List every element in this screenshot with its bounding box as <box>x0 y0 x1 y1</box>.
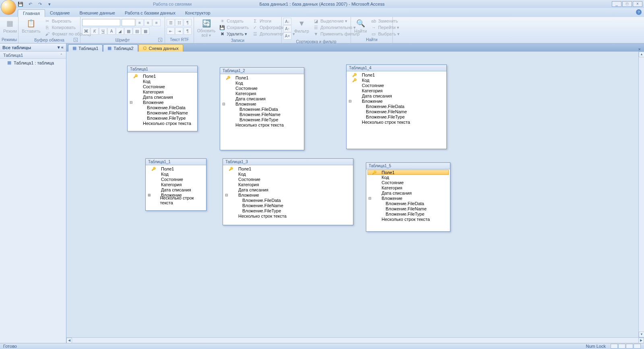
font-size-combo[interactable] <box>122 19 135 26</box>
fill-color-button[interactable]: ◢ <box>116 27 124 35</box>
scroll-up-button[interactable]: ▲ <box>639 52 644 57</box>
sort-asc-button[interactable]: A↓ <box>283 18 291 25</box>
rtl-button[interactable]: ¶ <box>184 27 192 35</box>
table-field[interactable]: ⊟Вложение <box>222 101 302 106</box>
table-field[interactable]: Вложение.FileName <box>368 206 448 211</box>
table-field[interactable]: Вложение.FileData <box>222 106 302 112</box>
ltr-button[interactable]: ¶ <box>184 19 192 26</box>
new-record-button[interactable]: ✳Создать <box>218 18 250 24</box>
expand-icon[interactable]: ⊞ <box>147 193 151 197</box>
align-center-button[interactable]: ≡ <box>144 19 152 26</box>
table-field[interactable]: Несколько строк текста <box>222 122 302 127</box>
table-field[interactable]: Код <box>225 171 351 177</box>
align-right-button[interactable]: ≡ <box>153 19 161 26</box>
collapse-icon[interactable]: ⊟ <box>348 99 352 103</box>
table-box-title[interactable]: Таблица1 <box>128 66 197 73</box>
table-field[interactable]: Категория <box>129 89 196 94</box>
goto-button[interactable]: →Перейти ▾ <box>369 24 400 31</box>
table-field[interactable]: Категория <box>348 88 445 93</box>
table-field[interactable]: Состояние <box>129 84 196 89</box>
dialog-launcher[interactable]: ↘ <box>74 38 78 42</box>
table-field[interactable]: Категория <box>225 182 351 187</box>
table-field[interactable]: Несколько строк текста <box>147 197 204 203</box>
document-tab[interactable]: ⌬Схема данных <box>138 44 183 52</box>
close-tab-button[interactable]: × <box>637 47 642 52</box>
table-field[interactable]: Несколько строк текста <box>129 120 196 126</box>
ribbon-tab[interactable]: Главная <box>18 9 45 17</box>
vertical-scrollbar[interactable]: ▲ ▼ <box>638 52 644 337</box>
table-field[interactable]: Категория <box>368 185 448 190</box>
find-button[interactable]: 🔍Найти <box>353 18 368 34</box>
table-box[interactable]: Таблица1_5🔑Поле1КодСостояниеКатегорияДат… <box>366 162 450 232</box>
maximize-button[interactable]: □ <box>622 1 632 7</box>
table-field[interactable]: Вложение.FileType <box>129 115 196 120</box>
sort-desc-button[interactable]: A↑ <box>283 25 291 32</box>
table-field[interactable]: 🔑Поле1 <box>129 73 196 79</box>
scroll-track[interactable] <box>72 338 638 343</box>
table-box[interactable]: Таблица1🔑Поле1КодСостояниеКатегорияДата … <box>127 66 198 131</box>
table-field[interactable]: 🔑Поле1 <box>147 166 204 171</box>
font-name-combo[interactable] <box>82 19 120 26</box>
nav-category[interactable]: Таблица1 ⌃ <box>0 52 66 59</box>
collapse-icon[interactable]: ⊟ <box>129 100 133 104</box>
table-field[interactable]: Дата списания <box>348 93 445 98</box>
help-icon[interactable]: ? <box>636 9 642 15</box>
table-field[interactable]: Вложение.FileType <box>368 211 448 216</box>
table-box[interactable]: Таблица1_4🔑Поле1🔑КодСостояниеКатегорияДа… <box>346 64 447 149</box>
table-field[interactable]: Категория <box>222 91 302 96</box>
table-field[interactable]: Состояние <box>222 85 302 91</box>
scroll-right-button[interactable]: ▶ <box>638 338 644 343</box>
nav-header[interactable]: Все таблицы ▾ « <box>0 44 66 52</box>
ribbon-tab[interactable]: Работа с базами данных <box>120 9 180 17</box>
table-field[interactable]: Код <box>129 79 196 84</box>
table-field[interactable]: Вложение.FileName <box>129 110 196 115</box>
align-left-button[interactable]: ≡ <box>136 19 144 26</box>
gridlines2-button[interactable]: ▦ <box>141 27 149 35</box>
table-field[interactable]: 🔑Поле1 <box>222 75 302 80</box>
refresh-all-button[interactable]: 🔄Обновить всё ▾ <box>196 18 217 38</box>
scroll-track[interactable] <box>639 57 644 332</box>
document-tab[interactable]: ▦Таблица2 <box>103 44 138 52</box>
scroll-left-button[interactable]: ◀ <box>66 338 72 343</box>
table-field[interactable]: Код <box>222 80 302 85</box>
replace-button[interactable]: abЗаменить <box>369 18 400 24</box>
table-field[interactable]: ⊟Вложение <box>225 192 351 197</box>
close-button[interactable]: × <box>633 1 642 7</box>
table-field[interactable]: Вложение.FileType <box>225 208 351 213</box>
table-field[interactable]: Дата списания <box>368 190 448 195</box>
filter-button[interactable]: ▼Фильтр <box>293 18 311 34</box>
ribbon-tab[interactable]: Внешние данные <box>75 9 120 17</box>
table-field[interactable]: Вложение.FileName <box>222 112 302 117</box>
view-design-button[interactable] <box>618 344 625 349</box>
table-field[interactable]: Дата списания <box>147 187 204 192</box>
table-box[interactable]: Таблица1_2🔑Поле1КодСостояниеКатегорияДат… <box>220 67 304 150</box>
clear-sort-button[interactable]: A× <box>283 32 291 39</box>
table-field[interactable]: Несколько строк текста <box>368 216 448 222</box>
table-field[interactable]: Категория <box>147 182 204 187</box>
view-mode-button[interactable]: ▦Режим <box>2 18 19 34</box>
paste-button[interactable]: 📋Вставить <box>20 18 42 34</box>
table-box[interactable]: Таблица1_1🔑Поле1КодСостояниеКатегорияДат… <box>145 158 206 211</box>
minimize-button[interactable]: _ <box>612 1 621 7</box>
alt-row-button[interactable]: ▤ <box>133 27 141 35</box>
table-field[interactable]: Дата списания <box>222 96 302 101</box>
numbering-button[interactable]: ☷ <box>175 19 183 26</box>
table-field[interactable]: Вложение.FileName <box>348 109 445 114</box>
save-record-button[interactable]: 💾Сохранить <box>218 24 250 31</box>
indent-dec-button[interactable]: ⇤ <box>167 27 175 35</box>
table-field[interactable]: Состояние <box>147 177 204 182</box>
table-field[interactable]: Состояние <box>368 180 448 185</box>
scroll-down-button[interactable]: ▼ <box>639 332 644 337</box>
table-field[interactable]: Вложение.FileData <box>368 201 448 206</box>
bold-button[interactable]: Ж <box>82 27 90 35</box>
italic-button[interactable]: К <box>91 27 99 35</box>
table-field[interactable]: Состояние <box>225 177 351 182</box>
table-field[interactable]: Вложение.FileData <box>348 104 445 109</box>
office-button[interactable] <box>1 0 16 15</box>
table-field[interactable]: 🔑Код <box>348 77 445 83</box>
table-field[interactable]: Несколько строк текста <box>225 213 351 218</box>
table-field[interactable]: 🔑Поле1 <box>348 72 445 77</box>
collapse-icon[interactable]: ⊟ <box>368 196 372 200</box>
table-field[interactable]: Код <box>147 171 204 177</box>
indent-inc-button[interactable]: ⇥ <box>175 27 183 35</box>
